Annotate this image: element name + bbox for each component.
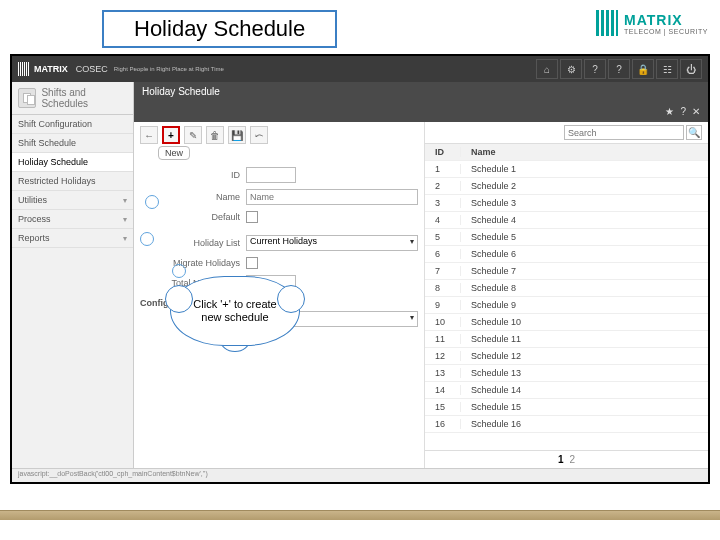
table-row[interactable]: 1Schedule 1 bbox=[425, 161, 708, 178]
cell-name: Schedule 5 bbox=[461, 232, 708, 242]
table-row[interactable]: 11Schedule 11 bbox=[425, 331, 708, 348]
cell-id: 8 bbox=[425, 283, 461, 293]
sidebar: Shifts and Schedules Shift Configuration… bbox=[12, 82, 134, 468]
table-row[interactable]: 13Schedule 13 bbox=[425, 365, 708, 382]
close-icon[interactable]: ✕ bbox=[692, 106, 700, 117]
chevron-down-icon: ▾ bbox=[123, 196, 127, 205]
power-icon[interactable]: ⏻ bbox=[680, 59, 702, 79]
table-row[interactable]: 9Schedule 9 bbox=[425, 297, 708, 314]
footer-strip bbox=[0, 510, 720, 520]
grid-icon[interactable]: ☷ bbox=[656, 59, 678, 79]
chevron-down-icon: ▾ bbox=[123, 215, 127, 224]
search-input[interactable] bbox=[564, 125, 684, 140]
search-icon[interactable]: 🔍 bbox=[686, 125, 702, 140]
cell-id: 15 bbox=[425, 402, 461, 412]
table-row[interactable]: 12Schedule 12 bbox=[425, 348, 708, 365]
question-icon[interactable]: ? bbox=[608, 59, 630, 79]
list-toolbar: 🔍 bbox=[425, 122, 708, 144]
cell-name: Schedule 7 bbox=[461, 266, 708, 276]
cell-name: Schedule 4 bbox=[461, 215, 708, 225]
callout-text: Click '+' to create new schedule bbox=[183, 298, 287, 323]
table-row[interactable]: 6Schedule 6 bbox=[425, 246, 708, 263]
help-icon[interactable]: ? bbox=[584, 59, 606, 79]
cell-id: 11 bbox=[425, 334, 461, 344]
table-row[interactable]: 5Schedule 5 bbox=[425, 229, 708, 246]
name-field[interactable] bbox=[246, 189, 418, 205]
app-header: MATRIX COSEC Right People in Right Place… bbox=[12, 56, 708, 82]
migrate-checkbox[interactable] bbox=[246, 257, 258, 269]
callout-bubble: Click '+' to create new schedule bbox=[170, 276, 300, 346]
cell-name: Schedule 3 bbox=[461, 198, 708, 208]
status-bar: javascript:__doPostBack('ctl00_cph_mainC… bbox=[12, 468, 708, 482]
new-tooltip: New bbox=[158, 146, 190, 160]
cell-id: 10 bbox=[425, 317, 461, 327]
table-row[interactable]: 8Schedule 8 bbox=[425, 280, 708, 297]
table-row[interactable]: 4Schedule 4 bbox=[425, 212, 708, 229]
cell-name: Schedule 9 bbox=[461, 300, 708, 310]
sidebar-item[interactable]: Process▾ bbox=[12, 210, 133, 229]
table-row[interactable]: 3Schedule 3 bbox=[425, 195, 708, 212]
app-logo-text: MATRIX bbox=[34, 64, 68, 74]
brand-stripes-icon bbox=[596, 10, 618, 36]
cell-name: Schedule 16 bbox=[461, 419, 708, 429]
sidebar-item[interactable]: Utilities▾ bbox=[12, 191, 133, 210]
table-row[interactable]: 14Schedule 14 bbox=[425, 382, 708, 399]
back-icon[interactable]: ← bbox=[140, 126, 158, 144]
help-icon[interactable]: ? bbox=[680, 106, 686, 117]
cell-id: 7 bbox=[425, 266, 461, 276]
app-logo: MATRIX COSEC bbox=[18, 62, 108, 76]
cell-name: Schedule 8 bbox=[461, 283, 708, 293]
panel-sub-toolbar: ★ ? ✕ bbox=[134, 100, 708, 122]
cell-name: Schedule 15 bbox=[461, 402, 708, 412]
cancel-icon[interactable]: ⤺ bbox=[250, 126, 268, 144]
table-row[interactable]: 15Schedule 15 bbox=[425, 399, 708, 416]
sidebar-item[interactable]: Shift Configuration bbox=[12, 115, 133, 134]
page-1[interactable]: 1 bbox=[558, 454, 564, 465]
table-row[interactable]: 2Schedule 2 bbox=[425, 178, 708, 195]
app-product: COSEC bbox=[76, 64, 108, 74]
highlight-ring-icon bbox=[145, 195, 159, 209]
page-2[interactable]: 2 bbox=[570, 454, 576, 465]
col-id-header: ID bbox=[425, 147, 461, 157]
list-panel: 🔍 ID Name 1Schedule 12Schedule 23Schedul… bbox=[424, 122, 708, 468]
table-row[interactable]: 7Schedule 7 bbox=[425, 263, 708, 280]
cell-name: Schedule 1 bbox=[461, 164, 708, 174]
table-header: ID Name bbox=[425, 144, 708, 161]
cell-name: Schedule 12 bbox=[461, 351, 708, 361]
brand-logo: MATRIX TELECOM | SECURITY bbox=[596, 10, 708, 36]
sidebar-item[interactable]: Reports▾ bbox=[12, 229, 133, 248]
home-icon[interactable]: ⌂ bbox=[536, 59, 558, 79]
cell-id: 3 bbox=[425, 198, 461, 208]
id-field[interactable] bbox=[246, 167, 296, 183]
delete-icon[interactable]: 🗑 bbox=[206, 126, 224, 144]
cell-id: 5 bbox=[425, 232, 461, 242]
schedule-table: ID Name 1Schedule 12Schedule 23Schedule … bbox=[425, 144, 708, 450]
table-row[interactable]: 16Schedule 16 bbox=[425, 416, 708, 433]
star-icon[interactable]: ★ bbox=[665, 106, 674, 117]
chevron-down-icon: ▾ bbox=[123, 234, 127, 243]
default-checkbox[interactable] bbox=[246, 211, 258, 223]
sidebar-item[interactable]: Shift Schedule bbox=[12, 134, 133, 153]
cell-name: Schedule 6 bbox=[461, 249, 708, 259]
id-label: ID bbox=[140, 170, 240, 180]
sidebar-item[interactable]: Holiday Schedule bbox=[12, 153, 133, 172]
edit-icon[interactable]: ✎ bbox=[184, 126, 202, 144]
holiday-list-select[interactable]: Current Holidays bbox=[246, 235, 418, 251]
cell-name: Schedule 14 bbox=[461, 385, 708, 395]
migrate-label: Migrate Holidays bbox=[140, 258, 240, 268]
default-label: Default bbox=[140, 212, 240, 222]
gear-icon[interactable]: ⚙ bbox=[560, 59, 582, 79]
cell-name: Schedule 11 bbox=[461, 334, 708, 344]
panel-title: Holiday Schedule bbox=[134, 82, 708, 100]
lock-icon[interactable]: 🔒 bbox=[632, 59, 654, 79]
pager: 1 2 bbox=[425, 450, 708, 468]
new-button[interactable]: + bbox=[162, 126, 180, 144]
cell-id: 2 bbox=[425, 181, 461, 191]
save-icon[interactable]: 💾 bbox=[228, 126, 246, 144]
cell-id: 12 bbox=[425, 351, 461, 361]
app-logo-icon bbox=[18, 62, 30, 76]
app-window: MATRIX COSEC Right People in Right Place… bbox=[10, 54, 710, 484]
table-row[interactable]: 10Schedule 10 bbox=[425, 314, 708, 331]
holiday-list-label: Holiday List bbox=[140, 238, 240, 248]
sidebar-item[interactable]: Restricted Holidays bbox=[12, 172, 133, 191]
